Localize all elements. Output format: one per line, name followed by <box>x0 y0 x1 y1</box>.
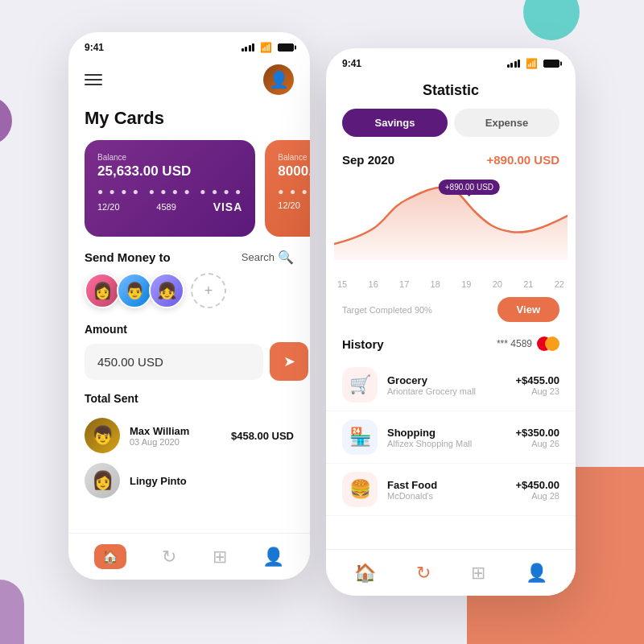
nav2-settings[interactable]: ⊞ <box>461 558 495 588</box>
card-2-expiry: 12/20 <box>278 200 300 210</box>
search-label: Search <box>242 251 275 263</box>
progress-label: Target Completed 90% <box>342 305 432 315</box>
history-header: History *** 4589 <box>326 330 576 359</box>
wifi-icon: 📶 <box>260 42 272 53</box>
card-1-amount: 25,633.00 USD <box>97 163 242 180</box>
fastfood-icon-wrap: 🍔 <box>342 472 378 507</box>
card-2-amount: 8000.00 <box>278 163 310 180</box>
search-icon: 🔍 <box>278 250 294 265</box>
sent-amount-1: $458.00 USD <box>231 430 294 442</box>
fastfood-icon: 🍔 <box>349 479 371 500</box>
card-1-type: VISA <box>213 200 243 213</box>
grocery-info: Grocery Ariontare Grocery mall <box>387 374 506 396</box>
recipients-row: 👩 👨 👧 + <box>68 273 310 320</box>
bg-decoration-purple-left <box>0 580 24 644</box>
chart-container: +890.00 USD <box>326 171 576 276</box>
shopping-amount: +$350.00 <box>515 427 559 439</box>
tab-expense[interactable]: Expense <box>454 109 559 137</box>
sliders-icon-2: ⊞ <box>471 563 485 584</box>
nav-profile[interactable]: 👤 <box>253 542 294 572</box>
sent-avatar-2: 👩 <box>85 463 120 498</box>
bottom-nav-2: 🏠 ↻ ⊞ 👤 <box>326 549 576 596</box>
nav-wallet[interactable]: 🏠 <box>85 539 136 574</box>
fastfood-right: +$450.00 Aug 28 <box>515 479 559 501</box>
card-purple[interactable]: Balance 25,633.00 USD ● ● ● ● ● ● ● ● ● … <box>85 140 255 237</box>
fastfood-amount: +$450.00 <box>515 479 559 491</box>
grocery-date: Aug 23 <box>515 386 559 396</box>
phones-wrapper: 9:41 📶 My Cards Balance 25,633.00 USD <box>68 32 576 596</box>
signal-icon-2 <box>507 60 521 68</box>
card-1-expiry: 12/20 <box>97 202 120 212</box>
grocery-right: +$455.00 Aug 23 <box>515 374 559 396</box>
shopping-icon-wrap: 🏪 <box>342 419 378 455</box>
user-icon-2: 👤 <box>526 563 547 584</box>
grocery-name: Grocery <box>387 374 506 386</box>
mastercard-icon <box>537 336 559 351</box>
card-orange[interactable]: Balance 8000.00 ● ● ● ● 12/20 <box>265 140 310 237</box>
fastfood-info: Fast Food McDonald's <box>387 479 506 501</box>
mc-yellow-circle <box>545 336 559 351</box>
add-recipient-button[interactable]: + <box>191 273 226 308</box>
recipient-3[interactable]: 👧 <box>149 273 184 308</box>
status-icons-2: 📶 <box>507 58 560 69</box>
sent-name-1: Max William <box>130 425 221 437</box>
card-1-bottom: 12/20 4589 VISA <box>97 200 242 213</box>
shopping-icon: 🏪 <box>349 427 371 448</box>
user-avatar-header[interactable] <box>263 64 294 95</box>
sent-info-1: Max William 03 Aug 2020 <box>130 425 221 447</box>
recipient-1[interactable]: 👩 <box>85 273 120 308</box>
history-item-shopping[interactable]: 🏪 Shopping Alfizex Shopping Mall +$350.0… <box>326 411 576 464</box>
wallet-icon-2: 🏠 <box>354 563 376 584</box>
nav2-profile[interactable]: 👤 <box>516 558 557 588</box>
search-button[interactable]: Search 🔍 <box>242 250 294 265</box>
card-1-label: Balance <box>97 153 242 162</box>
status-icons-1: 📶 <box>242 42 295 53</box>
statistic-title: Statistic <box>326 74 576 109</box>
sent-item-1: 👦 Max William 03 Aug 2020 $458.00 USD <box>68 413 310 458</box>
status-time-1: 9:41 <box>85 42 104 53</box>
wallet-icon: 🏠 <box>94 544 126 569</box>
period-amount: +890.00 USD <box>487 153 559 167</box>
shopping-right: +$350.00 Aug 26 <box>515 427 559 448</box>
bottom-nav-1: 🏠 ↻ ⊞ 👤 <box>68 533 310 580</box>
recipient-2[interactable]: 👨 <box>117 273 152 308</box>
grocery-icon: 🛒 <box>349 374 371 395</box>
view-button[interactable]: View <box>497 297 559 322</box>
wifi-icon-2: 📶 <box>526 58 538 69</box>
sliders-icon: ⊞ <box>213 547 227 568</box>
sent-name-2: Lingy Pinto <box>130 475 294 487</box>
shopping-info: Shopping Alfizex Shopping Mall <box>387 427 506 448</box>
send-money-title: Send Money to <box>85 250 171 264</box>
history-item-fastfood[interactable]: 🍔 Fast Food McDonald's +$450.00 Aug 28 <box>326 464 576 516</box>
tabs-row: Savings Expense <box>326 109 576 148</box>
nav2-transfer[interactable]: ↻ <box>407 558 440 588</box>
card-ref-number: *** 4589 <box>497 338 532 349</box>
page-title: My Cards <box>68 105 310 140</box>
card-2-label: Balance <box>278 153 310 162</box>
menu-button[interactable] <box>85 74 102 85</box>
p1-header <box>68 58 310 105</box>
shopping-name: Shopping <box>387 427 506 439</box>
transfer-icon-2: ↻ <box>416 563 431 584</box>
grocery-sub: Ariontare Grocery mall <box>387 386 506 396</box>
history-item-grocery[interactable]: 🛒 Grocery Ariontare Grocery mall +$455.0… <box>326 359 576 411</box>
card-2-bottom: 12/20 <box>278 200 310 210</box>
status-bar-2: 9:41 📶 <box>326 48 576 74</box>
shopping-date: Aug 26 <box>515 439 559 448</box>
nav-settings[interactable]: ⊞ <box>203 542 237 572</box>
nav-transfer[interactable]: ↻ <box>152 542 186 572</box>
bg-decoration-purple <box>0 97 12 145</box>
sent-item-2: 👩 Lingy Pinto <box>68 458 310 503</box>
status-time-2: 9:41 <box>342 58 361 69</box>
signal-icon <box>242 43 255 52</box>
card-reference: *** 4589 <box>497 336 559 351</box>
tab-savings[interactable]: Savings <box>342 109 448 137</box>
card-2-dots: ● ● ● ● <box>278 186 310 197</box>
nav2-wallet[interactable]: 🏠 <box>345 558 386 588</box>
fastfood-name: Fast Food <box>387 479 506 491</box>
send-button[interactable]: ➤ <box>270 342 308 381</box>
amount-input[interactable] <box>85 344 263 380</box>
shopping-sub: Alfizex Shopping Mall <box>387 439 506 448</box>
transfer-icon: ↻ <box>162 547 176 568</box>
cards-row: Balance 25,633.00 USD ● ● ● ● ● ● ● ● ● … <box>68 140 310 237</box>
